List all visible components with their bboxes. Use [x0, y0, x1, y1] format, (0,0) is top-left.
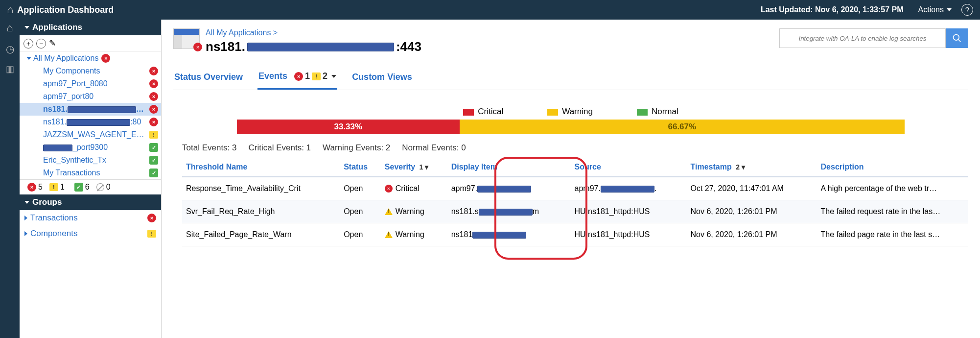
table-row[interactable]: Site_Failed_Page_Rate_WarnOpen Warningns… [182, 223, 968, 246]
search-button[interactable] [946, 28, 968, 48]
chevron-down-icon [331, 75, 336, 78]
sidebar-item[interactable]: _port9300 [20, 141, 161, 154]
sidebar-section-applications[interactable]: Applications [20, 20, 161, 35]
events-table: Threshold Name Status Severity 1 ▾ Displ… [182, 158, 968, 246]
table-row[interactable]: Response_Time_Availability_CritOpen× Cri… [182, 177, 968, 200]
gauge-rail-icon[interactable]: ◷ [6, 43, 14, 55]
cell-source: HU:ns181_httpd:HUS [571, 223, 687, 246]
svg-line-1 [958, 40, 961, 42]
cell-timestamp: Oct 27, 2020, 11:47:01 AM [687, 177, 817, 200]
cell-threshold: Site_Failed_Page_Rate_Warn [182, 223, 340, 246]
main-content: × All My Applications > ns181. :443 [162, 20, 980, 338]
status-critical-icon [27, 183, 36, 192]
tabs: Status Overview Events 1 2 Custom Views [173, 65, 968, 90]
sidebar-toolbar: + − ✎ [20, 35, 161, 52]
chevron-right-icon [24, 231, 27, 236]
add-button[interactable]: + [23, 39, 33, 48]
nav-rail: ⌂ ◷ ▥ [0, 20, 20, 338]
sidebar-item[interactable]: ns181.:80 [20, 116, 161, 128]
status-critical-icon: × [385, 185, 393, 193]
sidebar-item[interactable]: apm97_Port_8080 [20, 77, 161, 90]
redacted-text [68, 106, 136, 113]
sidebar-item-label: _port9300 [20, 143, 146, 152]
home-rail-icon[interactable]: ⌂ [6, 22, 13, 34]
cell-threshold: Response_Time_Availability_Crit [182, 177, 340, 200]
cell-status: Open [340, 223, 381, 246]
status-warning-icon [385, 208, 393, 215]
log-search-input[interactable] [779, 28, 946, 48]
col-status[interactable]: Status [340, 158, 381, 177]
redacted-text [43, 145, 72, 151]
group-transactions[interactable]: Transactions [20, 210, 161, 226]
tab-status-overview[interactable]: Status Overview [173, 66, 244, 89]
cell-severity: Warning [381, 223, 447, 246]
status-normal-icon [149, 169, 158, 177]
breadcrumb[interactable]: All My Applications > [206, 28, 278, 37]
cell-status: Open [340, 200, 381, 223]
status-normal-icon [149, 143, 158, 152]
status-normal-icon [149, 156, 158, 165]
sidebar-item[interactable]: My Transactions [20, 167, 161, 179]
group-components[interactable]: Components [20, 226, 161, 241]
edit-icon[interactable]: ✎ [49, 38, 56, 48]
redacted-text [477, 186, 531, 193]
remove-button[interactable]: − [36, 39, 46, 48]
tree-root[interactable]: All My Applications [20, 52, 161, 65]
status-warning-icon [312, 72, 321, 80]
cell-display-item: ns181 [447, 223, 571, 246]
status-warning-icon [385, 231, 393, 238]
status-warning-icon [147, 230, 156, 238]
sidebar-item[interactable]: Eric_Synthetic_Tx [20, 154, 161, 167]
redacted-text [247, 43, 394, 51]
severity-bar: 33.33% 66.67% [237, 120, 905, 134]
cell-timestamp: Nov 6, 2020, 1:26:01 PM [687, 223, 817, 246]
actions-menu[interactable]: Actions [918, 5, 952, 14]
cell-description: The failed request rate in the las… [817, 200, 968, 223]
redacted-text [479, 209, 533, 216]
cell-description: A high percentage of the web tr… [817, 177, 968, 200]
status-warning-icon [149, 131, 158, 139]
sidebar-item[interactable]: JAZZSM_WAS_AGENT_EMTCR311 [20, 128, 161, 141]
sidebar-item-label: JAZZSM_WAS_AGENT_EMTCR311 [20, 130, 149, 139]
col-description[interactable]: Description [817, 158, 968, 177]
chevron-right-icon [24, 216, 27, 220]
cell-timestamp: Nov 6, 2020, 1:26:01 PM [687, 200, 817, 223]
sidebar-item[interactable]: ns181.… [20, 103, 161, 116]
event-counters: Total Events: 3 Critical Events: 1 Warni… [182, 143, 959, 153]
help-icon[interactable]: ? [961, 4, 973, 16]
tab-events[interactable]: Events 1 2 [257, 65, 337, 90]
sidebar-status-counts: 5 1 6 0 [20, 179, 161, 194]
table-row[interactable]: Svr_Fail_Req_Rate_HighOpen Warningns181.… [182, 200, 968, 223]
sidebar-section-groups[interactable]: Groups [20, 194, 161, 210]
sidebar-item[interactable]: My Components [20, 65, 161, 77]
status-critical-icon [149, 79, 158, 88]
chevron-down-icon [947, 8, 952, 11]
status-normal-icon [74, 183, 83, 192]
status-unknown-icon [94, 182, 106, 193]
sidebar-item-label: Eric_Synthetic_Tx [20, 156, 146, 165]
status-critical-icon [101, 54, 110, 63]
search-icon [952, 33, 962, 43]
status-critical-icon [149, 67, 158, 75]
cell-description: The failed page rate in the last s… [817, 223, 968, 246]
grid-rail-icon[interactable]: ▥ [6, 64, 14, 74]
cell-display-item: ns181.sm [447, 200, 571, 223]
redacted-text [67, 119, 130, 126]
cell-threshold: Svr_Fail_Req_Rate_High [182, 200, 340, 223]
redacted-text [472, 232, 526, 239]
col-threshold[interactable]: Threshold Name [182, 158, 340, 177]
status-critical-icon [147, 214, 156, 222]
home-icon[interactable]: ⌂ [7, 3, 13, 16]
col-display-item[interactable]: Display Item [447, 158, 571, 177]
status-critical-icon [149, 118, 158, 126]
col-timestamp[interactable]: Timestamp 2 ▾ [687, 158, 817, 177]
sidebar-item-label: ns181.:80 [20, 118, 146, 126]
tab-custom-views[interactable]: Custom Views [351, 66, 413, 89]
chevron-down-icon [24, 26, 29, 29]
col-severity[interactable]: Severity 1 ▾ [381, 158, 447, 177]
sidebar-item-label: apm97_Port_8080 [20, 79, 146, 88]
col-source[interactable]: Source [571, 158, 687, 177]
status-critical-icon [149, 92, 158, 101]
sidebar-item[interactable]: apm97_port80 [20, 90, 161, 103]
sidebar-item-label: apm97_port80 [20, 92, 146, 101]
